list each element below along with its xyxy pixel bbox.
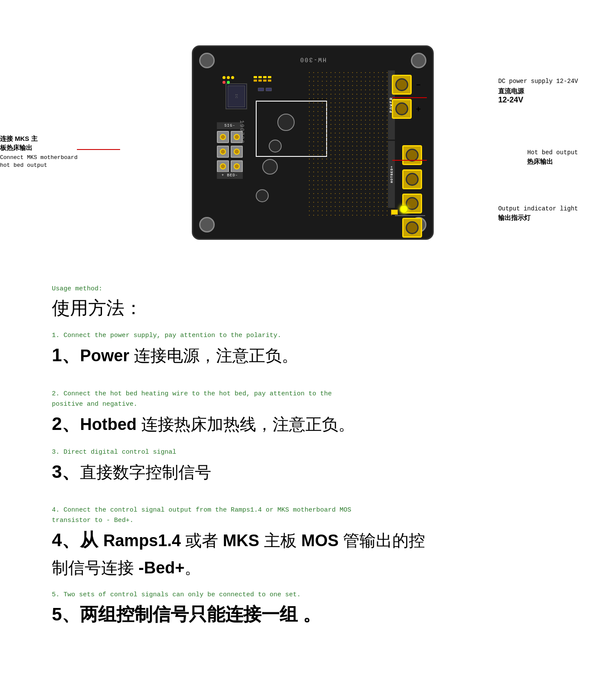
smd-row-2 <box>258 88 272 91</box>
small-connector <box>391 210 398 215</box>
step-1-group: 1. Connect the power supply, pay attenti… <box>52 331 539 368</box>
step-1-zh: 1、Power 连接电源，注意正负。 <box>52 343 539 368</box>
smd-components-top <box>254 76 271 82</box>
pcb-component-circle-3 <box>262 159 278 175</box>
step-1-en: 1. Connect the power supply, pay attenti… <box>52 331 539 341</box>
gold-dot-grid <box>307 70 394 217</box>
step-4-group: 4. Connect the control signal output fro… <box>52 495 539 579</box>
step-5-zh: 5、两组控制信号只能连接一组 。 <box>52 602 539 627</box>
step-5-en: 5. Two sets of control signals can only … <box>52 590 539 600</box>
dc-power-annotation: DC power supply 12-24V 直流电源 12-24V <box>498 78 578 105</box>
hotbed-strip: HOTBED+ <box>388 141 395 208</box>
usage-title: 使用方法： <box>52 296 539 320</box>
step-3-group: 3. Direct digital control signal 3、直接数字控… <box>52 447 539 485</box>
power-terminals: － ＋ <box>392 75 422 119</box>
usage-method-label: Usage method: <box>52 285 539 293</box>
step-4-en: 4. Connect the control signal output fro… <box>52 495 539 526</box>
annotation-line-left <box>77 149 120 150</box>
pcb-component-circle-1 <box>277 114 295 131</box>
board-title: HW-300 <box>299 56 326 63</box>
annotation-line-dc-power <box>392 97 427 98</box>
ic-chip: IC <box>226 83 247 109</box>
step-3-en: 3. Direct digital control signal <box>52 447 539 458</box>
diagram-section: 连接 MKS 主 板热床输出 Connect MKS motherboard h… <box>0 0 591 268</box>
left-annotation-zh: 连接 MKS 主 板热床输出 Connect MKS motherboard h… <box>0 134 77 169</box>
pcb-component-circle-2 <box>269 140 282 153</box>
step-4-zh: 4、从 Ramps1.4 或者 MKS 主板 MOS 管输出的控 <box>52 528 539 553</box>
step-2-en: 2. Connect the hot bed heating wire to t… <box>52 379 539 410</box>
usage-section: Usage method: 使用方法： 1. Connect the power… <box>0 268 591 664</box>
step-4-zh-line2: 制信号连接 -Bed+。 <box>52 557 539 579</box>
annotation-line-indicator <box>395 215 425 216</box>
hotbed-terminals <box>402 145 422 238</box>
step-3-zh: 3、直接数字控制信号 <box>52 459 539 485</box>
step-5-group: 5. Two sets of control signals can only … <box>52 590 539 627</box>
corner-hole-bl <box>199 217 215 232</box>
hotbed-annotation: Hot bed output 热床输出 <box>527 149 578 166</box>
indicator-annotation: Output indicator light 输出指示灯 <box>498 205 578 222</box>
bed-label: + BED- <box>217 172 243 179</box>
led-indicator <box>400 205 408 213</box>
pcb-component-circle-4 <box>256 189 269 202</box>
step-2-zh: 2、Hotbed 连接热床加热线，注意正负。 <box>52 411 539 437</box>
led-array <box>222 76 234 84</box>
annotation-line-hotbed <box>392 160 427 161</box>
step-2-group: 2. Connect the hot bed heating wire to t… <box>52 379 539 437</box>
corner-hole-tl <box>199 53 215 68</box>
date-stamp: 190722 <box>238 120 245 144</box>
pcb-board: HW-300 <box>192 45 434 240</box>
corner-hole-tr <box>411 53 426 68</box>
